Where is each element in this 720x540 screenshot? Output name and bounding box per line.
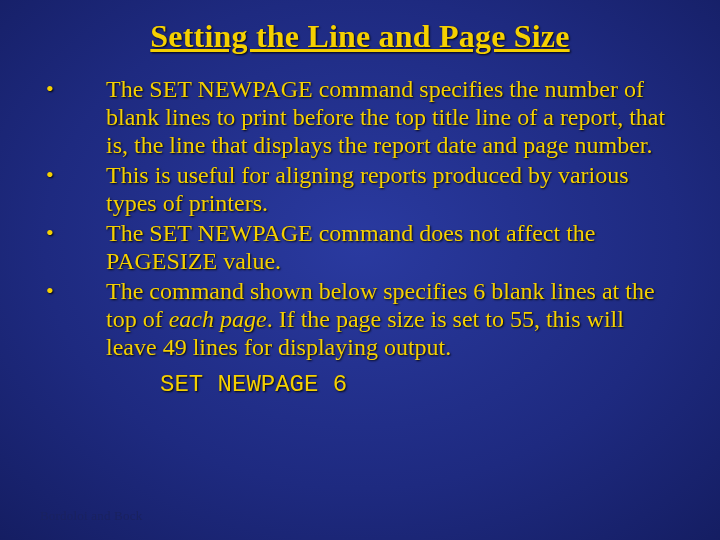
text-em: each page xyxy=(169,306,267,332)
list-item: • The command shown below specifies 6 bl… xyxy=(40,277,680,361)
text-pre: This is useful for aligning reports prod… xyxy=(106,162,629,216)
code-line: SET NEWPAGE 6 xyxy=(160,371,680,398)
bullet-list: • The SET NEWPAGE command specifies the … xyxy=(40,75,680,361)
bullet-text: The SET NEWPAGE command does not affect … xyxy=(106,219,680,275)
footer-text: Bordoloi and Bock xyxy=(40,508,142,524)
list-item: • The SET NEWPAGE command does not affec… xyxy=(40,219,680,275)
text-pre: The SET NEWPAGE command specifies the nu… xyxy=(106,76,665,158)
bullet-icon: • xyxy=(40,219,106,247)
slide: Setting the Line and Page Size • The SET… xyxy=(0,0,720,540)
list-item: • This is useful for aligning reports pr… xyxy=(40,161,680,217)
bullet-text: This is useful for aligning reports prod… xyxy=(106,161,680,217)
bullet-text: The command shown below specifies 6 blan… xyxy=(106,277,680,361)
list-item: • The SET NEWPAGE command specifies the … xyxy=(40,75,680,159)
bullet-icon: • xyxy=(40,161,106,189)
bullet-icon: • xyxy=(40,277,106,305)
slide-title: Setting the Line and Page Size xyxy=(40,18,680,55)
bullet-icon: • xyxy=(40,75,106,103)
bullet-text: The SET NEWPAGE command specifies the nu… xyxy=(106,75,680,159)
text-pre: The SET NEWPAGE command does not affect … xyxy=(106,220,595,274)
